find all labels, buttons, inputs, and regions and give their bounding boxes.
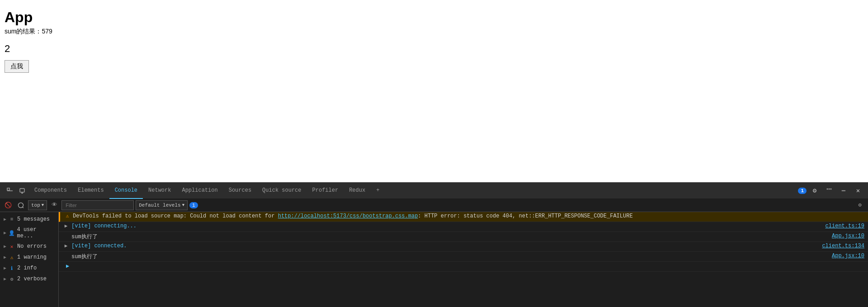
expand-caret-icon[interactable]: ▶	[66, 263, 69, 269]
devtools-panel: Components Elements Console Network Appl…	[0, 182, 868, 307]
more-options-icon[interactable]: ⋯	[837, 184, 850, 197]
svg-point-5	[829, 188, 830, 189]
context-top-label: top	[31, 203, 40, 208]
sidebar-item-warnings[interactable]: ▶ ⚠ 1 warning	[0, 252, 58, 263]
console-badge: 1	[189, 202, 198, 208]
svg-rect-2	[20, 189, 24, 192]
vite-connected-file[interactable]: client.ts:134	[822, 243, 864, 249]
console-message-vite-connected: ▶ [vite] connected. client.ts:134	[59, 242, 868, 252]
warning-source-map-link[interactable]: http://localhost:5173/css/bootstrap.css.…	[278, 213, 418, 219]
list-icon: ≡	[8, 216, 15, 223]
info-label: 2 info	[17, 265, 37, 271]
connected-expand-icon: ▶	[62, 243, 70, 249]
svg-point-6	[830, 188, 832, 189]
vite-connecting-file[interactable]: client.ts:19	[826, 223, 864, 229]
app-count: 2	[5, 43, 863, 55]
console-messages: ⚠ DevTools failed to load source map: Co…	[59, 212, 868, 307]
filter-input[interactable]	[61, 200, 134, 210]
tab-redux[interactable]: Redux	[344, 183, 371, 199]
verbose-label: 2 verbose	[17, 276, 47, 282]
svg-rect-3	[21, 193, 23, 194]
svg-rect-0	[7, 188, 9, 190]
svg-point-4	[827, 188, 828, 189]
vite-connected-text: [vite] connected.	[71, 243, 822, 249]
console-sidebar: ▶ ≡ 5 messages ▶ 👤 4 user me... ▶ ✕ No e…	[0, 212, 59, 307]
verbose-icon: ⚙	[8, 275, 15, 283]
app-area: App sum的结果：579 2 点我	[0, 0, 868, 145]
tab-components[interactable]: Components	[29, 183, 72, 199]
add-tab-button[interactable]: +	[371, 183, 385, 199]
tab-profiler[interactable]: Profiler	[307, 183, 344, 199]
expand-verbose-icon: ▶	[4, 276, 6, 282]
customize-icon[interactable]	[823, 184, 835, 197]
device-toolbar-icon[interactable]	[16, 184, 29, 197]
warning-text-before: DevTools failed to load source map: Coul…	[73, 213, 278, 219]
console-body: ▶ ≡ 5 messages ▶ 👤 4 user me... ▶ ✕ No e…	[0, 212, 868, 307]
close-devtools-icon[interactable]: ✕	[852, 184, 864, 197]
user-icon: 👤	[8, 229, 15, 236]
info-icon: ℹ	[8, 264, 15, 272]
sidebar-item-errors[interactable]: ▶ ✕ No errors	[0, 241, 58, 252]
console-caret-row: ▶	[59, 262, 868, 272]
app-sum: sum的结果：579	[5, 28, 863, 36]
notification-badge: 1	[798, 188, 807, 194]
console-message-warning: ⚠ DevTools failed to load source map: Co…	[59, 212, 868, 222]
sidebar-item-messages[interactable]: ▶ ≡ 5 messages	[0, 214, 58, 225]
expand-messages-icon: ▶	[4, 217, 6, 222]
sum1-text: sum执行了	[71, 233, 832, 241]
warning-row-icon: ⚠	[64, 213, 71, 219]
tab-quick-source[interactable]: Quick source	[257, 183, 307, 199]
console-clear-icon[interactable]: 🚫	[3, 200, 14, 211]
sum2-text: sum执行了	[71, 253, 832, 260]
tab-network[interactable]: Network	[143, 183, 176, 199]
tab-application[interactable]: Application	[176, 183, 223, 199]
sidebar-item-info[interactable]: ▶ ℹ 2 info	[0, 263, 58, 274]
sum2-file[interactable]: App.jsx:10	[832, 253, 864, 259]
errors-label: No errors	[17, 243, 47, 250]
error-icon: ✕	[8, 243, 15, 250]
levels-dropdown-icon: ▼	[182, 203, 184, 208]
user-messages-label: 4 user me...	[17, 227, 55, 239]
expand-errors-icon: ▶	[4, 244, 6, 249]
warning-message-text: DevTools failed to load source map: Coul…	[73, 213, 864, 219]
expand-warnings-icon: ▶	[4, 255, 6, 260]
tab-console[interactable]: Console	[109, 183, 143, 199]
sidebar-item-user-messages[interactable]: ▶ 👤 4 user me...	[0, 225, 58, 241]
tab-elements[interactable]: Elements	[72, 183, 109, 199]
context-dropdown-icon: ▼	[42, 203, 44, 208]
inspect-element-icon[interactable]	[4, 184, 16, 197]
svg-line-8	[22, 207, 24, 208]
console-message-sum-1: sum执行了 App.jsx:10	[59, 232, 868, 242]
devtools-tabbar: Components Elements Console Network Appl…	[0, 182, 868, 198]
app-title: App	[5, 9, 863, 26]
console-message-vite-connecting: ▶ [vite] connecting... client.ts:19	[59, 222, 868, 232]
connecting-expand-icon: ▶	[62, 223, 70, 229]
log-levels-select[interactable]: Default levels ▼	[136, 200, 188, 210]
expand-user-icon: ▶	[4, 230, 6, 236]
expand-info-icon: ▶	[4, 265, 6, 271]
console-toolbar: 🚫 top ▼ 👁 Default levels ▼ 1 ⚙	[0, 198, 868, 212]
warnings-label: 1 warning	[17, 254, 47, 260]
log-levels-label: Default levels	[139, 203, 180, 208]
warning-icon: ⚠	[8, 254, 15, 261]
app-button[interactable]: 点我	[5, 60, 29, 73]
eye-icon[interactable]: 👁	[49, 200, 60, 211]
console-settings-icon[interactable]: ⚙	[854, 200, 865, 211]
messages-label: 5 messages	[17, 216, 50, 222]
tab-sources[interactable]: Sources	[223, 183, 257, 199]
console-filter-icon[interactable]	[15, 200, 26, 211]
vite-connecting-text: [vite] connecting...	[71, 223, 826, 229]
settings-icon[interactable]: ⚙	[808, 184, 821, 197]
context-selector[interactable]: top ▼	[28, 200, 47, 210]
warning-text-after: : HTTP error: status code 404, net::ERR_…	[418, 213, 632, 219]
console-message-sum-2: sum执行了 App.jsx:10	[59, 252, 868, 262]
sum1-file[interactable]: App.jsx:10	[832, 233, 864, 239]
sidebar-item-verbose[interactable]: ▶ ⚙ 2 verbose	[0, 274, 58, 284]
